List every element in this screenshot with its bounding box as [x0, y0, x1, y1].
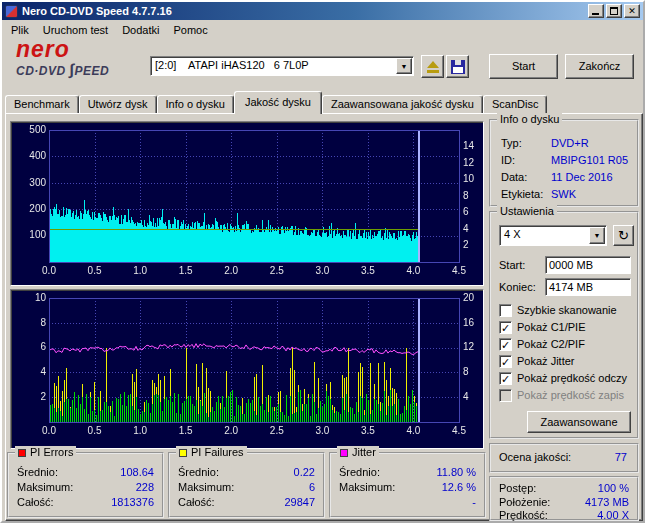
save-button[interactable] [446, 55, 469, 78]
chevron-down-icon: ▼ [594, 232, 601, 239]
checkbox-box[interactable]: ✓ [499, 321, 512, 334]
pie-errors-chart [10, 121, 484, 286]
menu-dodatki[interactable]: Dodatki [115, 23, 166, 37]
progress-group: Postęp:100 % Położenie:4173 MB Prędkość:… [489, 476, 639, 521]
speed-row: Prędkość:4.00 X [499, 509, 629, 521]
disc-id-row: ID: MBIPG101 R05 [501, 154, 631, 166]
total-label: Całość: [178, 496, 215, 508]
nero-logo-subtitle: CD·DVD ∫PEED [16, 64, 109, 78]
max-value: 228 [136, 481, 154, 493]
tab-info-o-dysku[interactable]: Info o dysku [157, 95, 234, 113]
position-label: Położenie: [499, 496, 550, 508]
total-value: 29847 [284, 496, 315, 508]
maximize-icon [610, 7, 618, 15]
jitter-stats-title: Jitter [337, 446, 379, 459]
pi-failures-title-text: PI Failures [191, 446, 244, 459]
menu-plik[interactable]: Plik [4, 23, 36, 37]
disc-id-label: ID: [501, 154, 551, 166]
title-bar[interactable]: Nero CD-DVD Speed 4.7.7.16 ✕ [2, 2, 643, 20]
avg-label: Średnio: [339, 466, 380, 478]
speed-selector[interactable]: 4 X ▼ [499, 225, 607, 246]
stat-row: Średnio:0.22 [178, 466, 315, 478]
disc-type-row: Typ: DVD+R [501, 137, 631, 149]
window-controls: ✕ [588, 4, 640, 18]
disc-label-value: SWK [551, 188, 631, 200]
start-position-label: Start: [499, 259, 525, 271]
total-label: Całość: [17, 496, 54, 508]
drive-selector[interactable]: [2:0] ATAPI iHAS120 6 7L0P ▼ [150, 56, 414, 76]
disc-date-row: Data: 11 Dec 2016 [501, 171, 631, 183]
total-value: - [472, 496, 476, 508]
drive-selector-dropdown-button[interactable]: ▼ [396, 58, 412, 74]
end-position-label: Koniec: [499, 281, 536, 293]
disc-id-value: MBIPG101 R05 [551, 154, 631, 166]
checkbox-label: Pokaż prędkość odczy [517, 372, 627, 384]
save-icon [451, 60, 465, 74]
progress-label: Postęp: [499, 482, 536, 494]
tab-benchmark[interactable]: Benchmark [5, 95, 79, 113]
speed-value: 4.00 X [597, 509, 629, 521]
stat-row: Maksimum:12.6 % [339, 481, 476, 493]
position-row: Położenie:4173 MB [499, 496, 629, 508]
stat-row: - [339, 496, 476, 508]
jitter-title-text: Jitter [352, 446, 376, 459]
checkbox-show-read-speed[interactable]: ✓ Pokaż prędkość odczy [499, 371, 627, 385]
eject-icon [424, 58, 442, 76]
settings-title: Ustawienia [497, 205, 557, 218]
exit-button[interactable]: Zakończ [565, 54, 634, 79]
pi-errors-title-text: PI Errors [30, 446, 73, 459]
refresh-button[interactable]: ↻ [613, 225, 634, 246]
quality-score-label: Ocena jakości: [499, 451, 571, 463]
window-title: Nero CD-DVD Speed 4.7.7.16 [22, 5, 588, 17]
checkbox-show-c2-pif[interactable]: ✓ Pokaż C2/PIF [499, 337, 585, 351]
disc-type-label: Typ: [501, 137, 551, 149]
max-value: 12.6 % [442, 481, 476, 493]
checkbox-box[interactable]: ✓ [499, 338, 512, 351]
max-label: Maksimum: [178, 481, 234, 493]
avg-value: 11.80 % [436, 466, 476, 478]
pi-failures-stats-title: PI Failures [176, 446, 247, 459]
start-button[interactable]: Start [489, 54, 558, 79]
stat-row: Całość:1813376 [17, 496, 154, 508]
advanced-button[interactable]: Zaawansowane [527, 411, 631, 433]
disc-date-label: Data: [501, 171, 551, 183]
max-value: 6 [309, 481, 315, 493]
checkbox-show-jitter[interactable]: ✓ Pokaż Jitter [499, 354, 574, 368]
end-position-field[interactable]: 4174 MB [545, 278, 631, 296]
minimize-icon [592, 13, 599, 15]
checkbox-box[interactable]: ✓ [499, 372, 512, 385]
tab-zaawansowana-jakosc-dysku[interactable]: Zaawansowana jakość dysku [322, 95, 483, 113]
start-position-value: 0000 MB [549, 259, 593, 271]
pie-errors-chart-canvas [13, 124, 483, 285]
start-position-field[interactable]: 0000 MB [545, 256, 631, 274]
checkbox-show-write-speed[interactable]: Pokaż prędkość zapis [499, 388, 624, 402]
pif-jitter-chart [10, 289, 484, 449]
progress-row: Postęp:100 % [499, 482, 629, 494]
position-value: 4173 MB [585, 496, 629, 508]
disc-label-label: Etykieta: [501, 188, 551, 200]
maximize-button[interactable] [606, 4, 622, 18]
pi-failures-stats-group: PI Failures Średnio:0.22 Maksimum:6 Cało… [168, 452, 325, 518]
stat-row: Średnio:11.80 % [339, 466, 476, 478]
checkbox-box[interactable]: ✓ [499, 355, 512, 368]
menu-pomoc[interactable]: Pomoc [166, 23, 214, 37]
speed-selector-dropdown-button[interactable]: ▼ [589, 227, 605, 244]
checkbox-label: Pokaż C1/PIE [517, 321, 585, 333]
minimize-button[interactable] [588, 4, 604, 18]
tab-jakosc-dysku[interactable]: Jakość dysku [234, 91, 322, 114]
checkbox-label: Szybkie skanowanie [517, 304, 617, 316]
avg-value: 108.64 [120, 466, 154, 478]
checkbox-box[interactable] [499, 389, 512, 402]
checkbox-box[interactable] [499, 304, 512, 317]
pi-errors-color-swatch [18, 449, 26, 457]
pif-jitter-chart-canvas [13, 292, 483, 448]
close-button[interactable]: ✕ [624, 4, 640, 18]
checkbox-show-c1-pie[interactable]: ✓ Pokaż C1/PIE [499, 320, 585, 334]
menu-uruchom-test[interactable]: Uruchom test [36, 23, 115, 37]
eject-button[interactable] [421, 55, 444, 78]
max-label: Maksimum: [17, 481, 73, 493]
tab-scandisc[interactable]: ScanDisc [483, 95, 547, 113]
total-value: 1813376 [111, 496, 154, 508]
checkbox-quick-scan[interactable]: Szybkie skanowanie [499, 303, 617, 317]
tab-utworz-dysk[interactable]: Utwórz dysk [79, 95, 157, 113]
